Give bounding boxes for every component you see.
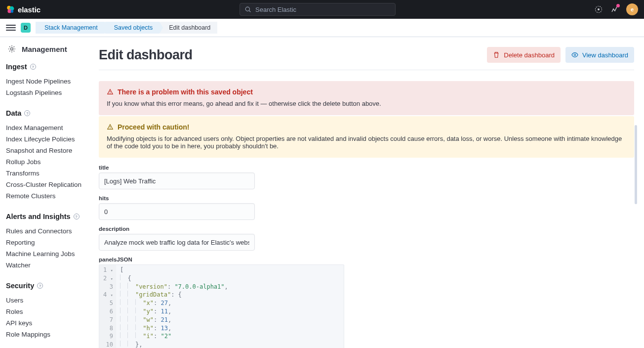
sidebar-item[interactable]: Index Lifecycle Policies	[6, 133, 89, 145]
sidebar-group-title: Alerts and Insights ?	[6, 213, 89, 220]
description-input[interactable]	[99, 234, 255, 251]
callout-error-title: There is a problem with this saved objec…	[118, 88, 253, 96]
callout-error: There is a problem with this saved objec…	[99, 81, 634, 115]
title-input[interactable]	[99, 173, 255, 189]
trash-icon	[493, 51, 500, 58]
svg-line-5	[249, 10, 251, 12]
sidebar-item[interactable]: Remote Clusters	[6, 190, 89, 202]
sidebar-title: Management	[6, 44, 89, 54]
search-icon	[245, 6, 251, 13]
breadcrumb-saved-objects[interactable]: Saved objects	[105, 22, 160, 34]
page-title: Edit dashboard	[99, 47, 193, 63]
sidebar-item[interactable]: Role Mappings	[6, 329, 89, 340]
sidebar-group-title: Ingest ?	[6, 63, 89, 71]
sidebar-item[interactable]: Snapshot and Restore	[6, 145, 89, 156]
help-icon[interactable]: ?	[74, 214, 80, 219]
title-label: title	[99, 165, 634, 171]
elastic-logo-text: elastic	[18, 5, 40, 14]
sidebar-item[interactable]: Roles	[6, 306, 89, 317]
scrollbar[interactable]	[635, 125, 637, 204]
breadcrumb-current: Edit dashboard	[160, 22, 217, 34]
sidebar-item[interactable]: Rollup Jobs	[6, 156, 89, 168]
sidebar-item[interactable]: Transforms	[6, 168, 89, 179]
management-sidebar: Management Ingest ?Ingest Node Pipelines…	[0, 37, 89, 348]
breadcrumbs: Stack Management Saved objects Edit dash…	[36, 22, 217, 34]
newsfeed-icon[interactable]	[610, 5, 618, 13]
gear-icon	[7, 44, 17, 54]
callout-warning: Proceed with caution! Modifying objects …	[99, 116, 634, 158]
panelsjson-label: panelsJSON	[99, 257, 634, 262]
sidebar-group-title: Security ?	[6, 282, 89, 290]
callout-error-body: If you know what this error means, go ah…	[107, 100, 626, 107]
notification-dot	[616, 4, 620, 7]
hits-input[interactable]	[99, 203, 255, 220]
sidebar-item[interactable]: Rules and Connectors	[6, 225, 89, 237]
svg-point-9	[574, 54, 576, 56]
elastic-logo-icon	[6, 5, 15, 14]
subheader: D Stack Management Saved objects Edit da…	[0, 19, 644, 37]
panelsjson-editor[interactable]: 1 ▾2 ▾34 ▾56789101112 ▾13 ▾14 ▾ [ { "ver…	[99, 264, 344, 348]
divider	[99, 70, 634, 70]
alert-icon	[107, 124, 114, 130]
sidebar-item[interactable]: Users	[6, 295, 89, 306]
nav-toggle-icon[interactable]	[6, 25, 16, 31]
delete-dashboard-button[interactable]: Delete dashboard	[487, 47, 561, 63]
alert-icon	[107, 88, 114, 95]
sidebar-item[interactable]: Index Management	[6, 122, 89, 133]
svg-point-3	[11, 10, 14, 13]
svg-point-13	[110, 128, 110, 129]
sidebar-item[interactable]: Machine Learning Jobs	[6, 248, 89, 260]
help-icon[interactable]: ?	[30, 64, 36, 70]
help-icon[interactable]: ?	[24, 110, 30, 116]
search-placeholder: Search Elastic	[255, 6, 296, 13]
global-search[interactable]: Search Elastic	[240, 3, 396, 16]
svg-point-4	[245, 7, 249, 11]
global-topbar: elastic Search Elastic e	[0, 0, 644, 19]
sidebar-item[interactable]: Cross-Cluster Replication	[6, 179, 89, 190]
callout-warning-title: Proceed with caution!	[118, 123, 189, 131]
eye-icon	[571, 51, 578, 58]
space-selector[interactable]: D	[21, 23, 31, 33]
sidebar-item[interactable]: Ingest Node Pipelines	[6, 76, 89, 87]
help-icon[interactable]	[595, 5, 603, 13]
sidebar-item[interactable]: Logstash Pipelines	[6, 87, 89, 98]
breadcrumb-stack-management[interactable]: Stack Management	[36, 22, 105, 34]
svg-point-7	[598, 8, 600, 10]
main-content: Edit dashboard Delete dashboard View das…	[89, 37, 644, 348]
help-icon[interactable]: ?	[37, 283, 43, 289]
view-dashboard-button[interactable]: View dashboard	[565, 47, 634, 63]
description-label: description	[99, 226, 634, 232]
sidebar-item[interactable]: Watcher	[6, 260, 89, 271]
sidebar-item[interactable]: API keys	[6, 317, 89, 329]
sidebar-group-title: Data ?	[6, 109, 89, 117]
user-avatar[interactable]: e	[626, 3, 638, 15]
svg-point-8	[11, 48, 13, 50]
sidebar-item[interactable]: Reporting	[6, 237, 89, 248]
hits-label: hits	[99, 195, 634, 201]
svg-point-11	[110, 93, 110, 93]
callout-warning-body: Modifying objects is for advanced users …	[107, 135, 626, 150]
elastic-logo[interactable]: elastic	[6, 5, 40, 14]
